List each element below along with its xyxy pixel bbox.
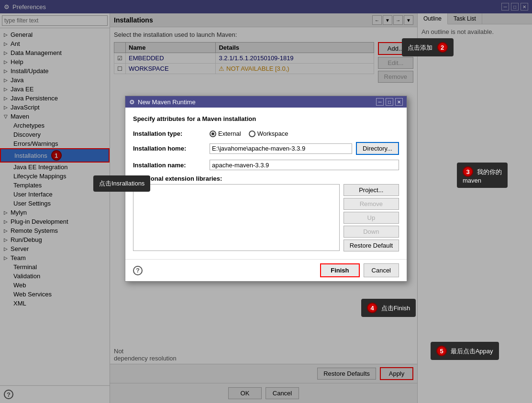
libraries-label: Additional extension libraries: bbox=[133, 175, 399, 182]
install-home-row: Installation home: Directory... bbox=[133, 142, 399, 155]
dialog-icon: ⚙ bbox=[129, 98, 135, 106]
badge-5: 5 bbox=[436, 346, 447, 356]
libraries-section: Additional extension libraries: Project.… bbox=[133, 175, 399, 251]
dialog-close[interactable]: ✕ bbox=[395, 98, 403, 106]
libraries-buttons: Project... Remove Up Down Restore Defaul… bbox=[344, 184, 399, 251]
badge-3: 3 bbox=[463, 166, 473, 177]
libraries-layout: Project... Remove Up Down Restore Defaul… bbox=[133, 184, 399, 251]
directory-button[interactable]: Directory... bbox=[356, 142, 399, 155]
restore-default-button[interactable]: Restore Default bbox=[344, 240, 399, 251]
tooltip-1: 点击Insrallations bbox=[93, 175, 150, 192]
tooltip-4: 4 点击Finish bbox=[361, 299, 416, 317]
install-type-row: Installation type: External Workspace bbox=[133, 130, 399, 137]
install-name-label: Installation name: bbox=[133, 162, 210, 169]
dialog-maximize[interactable]: □ bbox=[386, 98, 393, 106]
tooltip-5: 5 最后点击Appay bbox=[431, 342, 499, 360]
tooltip-3: 3 我的你的 maven bbox=[457, 163, 508, 188]
down-button[interactable]: Down bbox=[344, 226, 399, 238]
dialog-footer-right: Finish Cancel bbox=[320, 263, 399, 277]
dialog-cancel-button[interactable]: Cancel bbox=[364, 263, 399, 277]
lib-remove-button[interactable]: Remove bbox=[344, 198, 399, 210]
install-name-row: Installation name: bbox=[133, 160, 399, 170]
up-button[interactable]: Up bbox=[344, 212, 399, 224]
tooltip-2: 点击添加 2 bbox=[402, 38, 454, 56]
install-type-label: Installation type: bbox=[133, 130, 210, 137]
install-name-input[interactable] bbox=[210, 160, 399, 170]
maven-runtime-dialog: ⚙ New Maven Runtime ─ □ ✕ Specify attrib… bbox=[125, 96, 407, 282]
radio-workspace[interactable]: Workspace bbox=[249, 130, 288, 137]
dialog-footer: ? Finish Cancel bbox=[125, 259, 407, 281]
radio-external-label: External bbox=[218, 130, 241, 137]
radio-group: External Workspace bbox=[210, 130, 288, 137]
radio-external[interactable]: External bbox=[210, 130, 241, 137]
install-home-input[interactable] bbox=[210, 143, 352, 154]
badge-2: 2 bbox=[437, 42, 448, 53]
radio-external-circle bbox=[210, 131, 216, 137]
radio-workspace-label: Workspace bbox=[257, 130, 288, 137]
dialog-title: New Maven Runtime bbox=[138, 98, 196, 106]
dialog-titlebar-left: ⚙ New Maven Runtime bbox=[129, 98, 196, 106]
badge-4: 4 bbox=[367, 303, 377, 313]
dialog-help-icon[interactable]: ? bbox=[133, 266, 143, 275]
project-button[interactable]: Project... bbox=[344, 184, 399, 196]
radio-workspace-circle bbox=[249, 131, 255, 137]
install-home-label: Installation home: bbox=[133, 145, 210, 152]
dialog-body: Specify attributes for a Maven installat… bbox=[125, 108, 407, 259]
dialog-titlebar: ⚙ New Maven Runtime ─ □ ✕ bbox=[125, 96, 407, 108]
dialog-minimize[interactable]: ─ bbox=[376, 98, 384, 106]
dialog-subtitle: Specify attributes for a Maven installat… bbox=[133, 115, 399, 122]
finish-button[interactable]: Finish bbox=[320, 263, 359, 277]
dialog-controls: ─ □ ✕ bbox=[376, 98, 403, 106]
libraries-box bbox=[133, 184, 340, 251]
